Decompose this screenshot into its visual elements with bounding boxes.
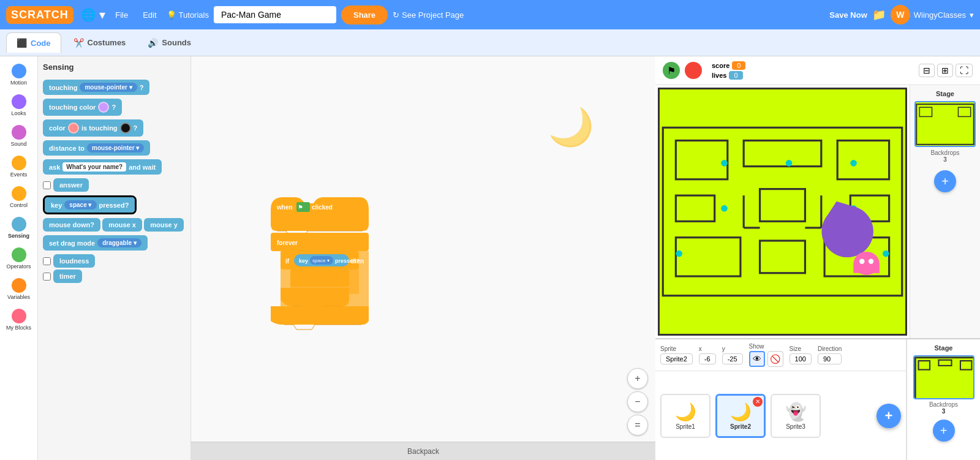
- small-stage-button[interactable]: ⊟: [919, 64, 935, 77]
- main-area: Motion Looks Sound Events Control Sensin…: [0, 56, 980, 460]
- category-looks[interactable]: Looks: [2, 92, 36, 119]
- stop-button[interactable]: [685, 62, 702, 79]
- green-flag-button[interactable]: ⚑: [663, 62, 680, 79]
- block-ask-wait[interactable]: ask What's your name? and wait: [43, 159, 162, 175]
- backpack-label: Backpack: [407, 447, 439, 456]
- score-label: score: [712, 62, 729, 69]
- block-set-drag-mode[interactable]: set drag mode draggable ▾: [43, 235, 148, 251]
- loudness-checkbox[interactable]: [43, 257, 51, 265]
- save-now-button[interactable]: Save Now: [829, 10, 867, 20]
- svg-text:if: if: [285, 258, 290, 265]
- stage-top: ⚑ score 0 lives 0 ⊟ ⊞ ⛶: [655, 56, 980, 338]
- stage-mini-thumb[interactable]: [913, 355, 974, 399]
- forever-closing: [271, 306, 369, 330]
- see-project-button[interactable]: ↻ See Project Page: [393, 10, 464, 20]
- tab-code[interactable]: ⬛ Code: [6, 32, 61, 53]
- project-name-input[interactable]: [214, 6, 336, 23]
- block-loudness[interactable]: loudness: [53, 254, 95, 268]
- sprite2-delete-button[interactable]: ✕: [753, 397, 763, 407]
- sprite-name-value[interactable]: Sprite2: [660, 353, 693, 364]
- inner-block[interactable]: [290, 270, 349, 287]
- block-touching-color[interactable]: touching color ?: [43, 99, 122, 116]
- stage-right-label: Stage: [935, 344, 953, 352]
- block-answer[interactable]: answer: [53, 178, 89, 192]
- size-value[interactable]: 100: [790, 353, 812, 364]
- zoom-out-button[interactable]: −: [627, 391, 648, 412]
- category-variables[interactable]: Variables: [2, 276, 36, 303]
- edit-menu[interactable]: Edit: [138, 8, 161, 22]
- zoom-in-button[interactable]: +: [627, 368, 648, 389]
- size-label: Size: [790, 345, 812, 352]
- share-button[interactable]: Share: [341, 6, 388, 25]
- sprite-thumb-3[interactable]: 👻 Sprite3: [771, 394, 821, 438]
- hat-block[interactable]: when ⚑ clicked: [271, 197, 369, 237]
- color-swatch-1[interactable]: [98, 102, 109, 113]
- normal-stage-button[interactable]: ⊞: [937, 64, 953, 77]
- block-mouse-x[interactable]: mouse x: [102, 218, 142, 232]
- add-backdrop-button[interactable]: +: [934, 170, 956, 192]
- stage-right-section: Stage Backdrops 3 +: [907, 339, 980, 460]
- user-avatar[interactable]: W WiingyClasses ▾: [891, 5, 974, 25]
- show-visible-button[interactable]: 👁: [749, 351, 765, 367]
- block-mouse-y[interactable]: mouse y: [144, 218, 184, 232]
- game-area: Stage Backdrops 3 +: [655, 85, 980, 338]
- lives-label: lives: [712, 72, 726, 79]
- fullscreen-button[interactable]: ⛶: [956, 64, 973, 77]
- category-sound[interactable]: Sound: [2, 123, 36, 149]
- block-touching-mouse[interactable]: touching mouse-pointer ▾ ?: [43, 80, 149, 95]
- svg-text:space ▾: space ▾: [312, 258, 330, 263]
- timer-checkbox[interactable]: [43, 273, 51, 281]
- sprite-thumb-1[interactable]: 🌙 Sprite1: [660, 394, 710, 438]
- category-motion[interactable]: Motion: [2, 61, 36, 88]
- stage-thumbnail[interactable]: [914, 101, 976, 147]
- category-sensing[interactable]: Sensing: [2, 214, 36, 241]
- block-answer-row: answer: [43, 178, 186, 192]
- svg-rect-16: [290, 270, 349, 287]
- tutorials-button[interactable]: 💡 Tutorials: [167, 10, 209, 20]
- folder-icon[interactable]: 📁: [872, 8, 886, 21]
- block-color-touching[interactable]: color is touching ?: [43, 119, 143, 137]
- add-backdrop-button-2[interactable]: +: [933, 420, 955, 442]
- block-loudness-row: loudness: [43, 254, 186, 268]
- script-container: when ⚑ clicked forever: [271, 197, 369, 456]
- show-hidden-button[interactable]: 🚫: [767, 351, 783, 367]
- category-my-blocks[interactable]: My Blocks: [2, 306, 36, 333]
- globe-button[interactable]: 🌐 ▾: [81, 7, 106, 22]
- block-timer-row: timer: [43, 270, 186, 283]
- svg-point-34: [721, 205, 728, 212]
- tab-bar: ⬛ Code ✂️ Costumes 🔊 Sounds: [0, 29, 980, 56]
- category-events[interactable]: Events: [2, 153, 36, 180]
- game-canvas[interactable]: [658, 88, 907, 336]
- scripting-area[interactable]: when ⚑ clicked forever: [191, 56, 655, 460]
- color-swatch-2[interactable]: [68, 123, 79, 134]
- block-key-pressed[interactable]: key space ▾ pressed?: [45, 197, 135, 213]
- block-mouse-down[interactable]: mouse down?: [43, 218, 100, 232]
- color-swatch-3[interactable]: [120, 123, 131, 134]
- scratch-logo[interactable]: SCRATCH: [6, 6, 74, 24]
- sprite-x-value[interactable]: -6: [699, 353, 716, 364]
- block-distance-to[interactable]: distance to mouse-pointer ▾: [43, 140, 150, 156]
- category-operators[interactable]: Operators: [2, 245, 36, 272]
- sprite-x-group: x -6: [699, 345, 716, 364]
- sprite3-label: Sprite3: [786, 423, 805, 430]
- sprite-thumb-2[interactable]: ✕ 🌙 Sprite2: [715, 394, 766, 438]
- svg-text:⚑: ⚑: [298, 204, 303, 211]
- sprite-y-value[interactable]: -25: [722, 353, 743, 364]
- svg-point-41: [869, 259, 873, 264]
- zoom-reset-button[interactable]: =: [627, 415, 648, 435]
- block-timer[interactable]: timer: [53, 270, 82, 283]
- direction-value[interactable]: 90: [818, 353, 842, 364]
- backpack-bar[interactable]: Backpack: [191, 442, 655, 460]
- tab-costumes[interactable]: ✂️ Costumes: [64, 33, 136, 53]
- file-menu[interactable]: File: [110, 8, 133, 22]
- control-dot: [12, 186, 26, 201]
- category-control[interactable]: Control: [2, 184, 36, 211]
- variables-dot: [12, 278, 26, 293]
- game-maze-svg: [660, 89, 905, 334]
- tab-sounds[interactable]: 🔊 Sounds: [138, 33, 201, 53]
- motion-dot: [12, 64, 26, 78]
- add-sprite-button[interactable]: +: [876, 404, 901, 428]
- answer-checkbox[interactable]: [43, 181, 51, 189]
- my-blocks-dot: [12, 309, 26, 323]
- svg-point-40: [859, 259, 864, 264]
